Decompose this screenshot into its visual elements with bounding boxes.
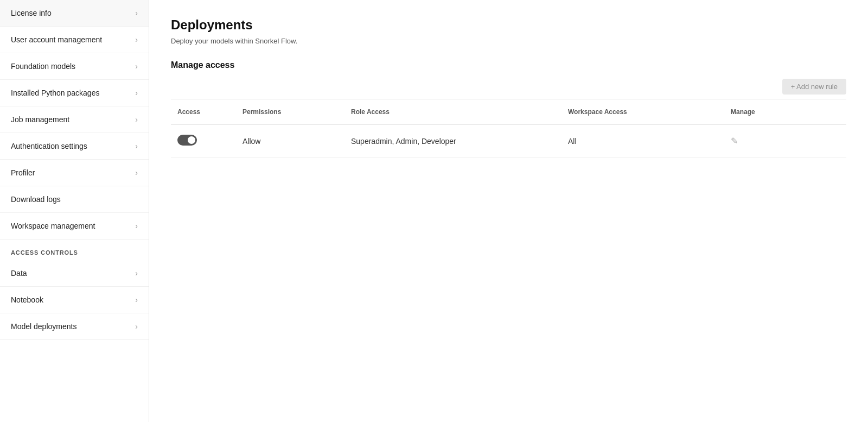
edit-icon[interactable]: ✎ (731, 136, 738, 146)
header-permissions: Permissions (236, 105, 344, 119)
sidebar-item-notebook[interactable]: Notebook › (0, 287, 149, 313)
sidebar-item-label: Model deployments (11, 322, 76, 331)
header-role-access: Role Access (344, 105, 561, 119)
sidebar-item-download-logs[interactable]: Download logs (0, 186, 149, 213)
sidebar-item-label: Notebook (11, 295, 43, 304)
role-access-cell: Superadmin, Admin, Developer (344, 131, 561, 151)
sidebar: License info › User account management ›… (0, 0, 149, 422)
chevron-right-icon: › (135, 322, 138, 331)
chevron-right-icon: › (135, 115, 138, 124)
chevron-right-icon: › (135, 168, 138, 177)
sidebar-item-label: Job management (11, 115, 69, 124)
sidebar-item-label: Authentication settings (11, 142, 87, 150)
sidebar-item-data[interactable]: Data › (0, 260, 149, 287)
chevron-right-icon: › (135, 62, 138, 71)
toggle-track (177, 135, 197, 146)
sidebar-item-label: Download logs (11, 195, 61, 204)
header-manage: Manage (724, 105, 789, 119)
chevron-right-icon: › (135, 89, 138, 97)
add-new-rule-button[interactable]: + Add new rule (782, 79, 846, 95)
sidebar-item-label: Data (11, 269, 27, 278)
sidebar-item-license-info[interactable]: License info › (0, 0, 149, 27)
chevron-right-icon: › (135, 269, 138, 278)
table-row: Allow Superadmin, Admin, Developer All ✎ (171, 125, 846, 158)
chevron-right-icon: › (135, 142, 138, 150)
main-content: Deployments Deploy your models within Sn… (149, 0, 868, 422)
header-workspace-access: Workspace Access (561, 105, 724, 119)
sidebar-item-job-management[interactable]: Job management › (0, 106, 149, 133)
manage-cell: ✎ (724, 130, 789, 152)
sidebar-item-profiler[interactable]: Profiler › (0, 160, 149, 186)
sidebar-item-workspace-management[interactable]: Workspace management › (0, 213, 149, 240)
sidebar-item-label: Foundation models (11, 62, 75, 71)
sidebar-item-label: Profiler (11, 168, 35, 177)
page-subtitle: Deploy your models within Snorkel Flow. (171, 37, 846, 45)
access-toggle-cell (171, 129, 236, 153)
chevron-right-icon: › (135, 9, 138, 17)
sidebar-item-installed-python-packages[interactable]: Installed Python packages › (0, 80, 149, 106)
access-controls-section-header: ACCESS CONTROLS (0, 240, 149, 260)
toggle-thumb (188, 136, 195, 144)
page-title: Deployments (171, 17, 846, 33)
chevron-right-icon: › (135, 35, 138, 44)
access-table: Access Permissions Role Access Workspace… (171, 99, 846, 158)
sidebar-item-user-account-management[interactable]: User account management › (0, 27, 149, 53)
table-header: Access Permissions Role Access Workspace… (171, 99, 846, 125)
sidebar-item-foundation-models[interactable]: Foundation models › (0, 53, 149, 80)
header-access: Access (171, 105, 236, 119)
sidebar-item-label: Installed Python packages (11, 89, 99, 97)
sidebar-item-label: Workspace management (11, 222, 95, 230)
manage-access-title: Manage access (171, 60, 846, 70)
access-toggle[interactable] (177, 135, 197, 146)
permissions-cell: Allow (236, 131, 344, 151)
workspace-access-cell: All (561, 131, 724, 151)
sidebar-item-label: User account management (11, 35, 102, 44)
chevron-right-icon: › (135, 222, 138, 230)
sidebar-item-label: License info (11, 9, 52, 17)
sidebar-item-model-deployments[interactable]: Model deployments › (0, 313, 149, 340)
chevron-right-icon: › (135, 295, 138, 304)
sidebar-item-authentication-settings[interactable]: Authentication settings › (0, 133, 149, 160)
